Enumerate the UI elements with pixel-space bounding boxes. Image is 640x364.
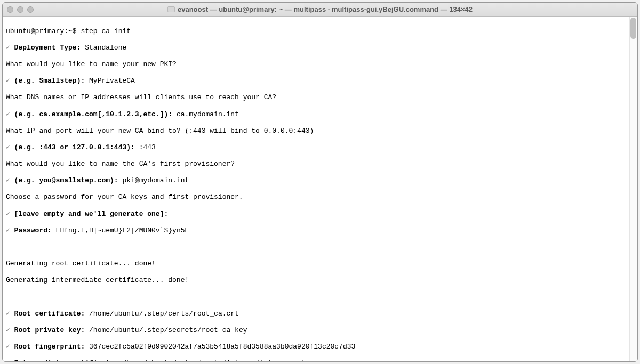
output-line: Choose a password for your CA keys and f… [6, 193, 634, 201]
hint: (e.g. Smallstep): [14, 77, 85, 85]
scrollbar[interactable] [629, 17, 637, 361]
blank-line [6, 293, 634, 302]
minimize-icon[interactable] [17, 6, 23, 13]
password-value: EHfng.T,H|~uemU}E2|ZMUN0v`S}yn5E [56, 227, 189, 234]
output-line: What would you like to name the CA's fir… [6, 160, 634, 168]
check-icon: ✓ [6, 227, 10, 235]
check-icon: ✓ [6, 143, 10, 152]
output-line: Generating root certificate... done! [6, 260, 634, 268]
output-line: ✓ Root fingerprint: 367cec2fc5a02f9d9902… [6, 343, 634, 351]
answer: ca.mydomain.int [177, 110, 239, 118]
label: Intermediate certificate: [14, 359, 118, 361]
hint: [leave empty and we'll generate one]: [14, 210, 169, 218]
prompt-line: ubuntu@primary:~$ step ca init [6, 27, 634, 36]
value: Standalone [85, 44, 126, 52]
terminal-body[interactable]: ubuntu@primary:~$ step ca init ✓ Deploym… [3, 17, 637, 361]
check-icon: ✓ [6, 359, 10, 361]
label: Root certificate: [14, 310, 85, 318]
output-line: What DNS names or IP addresses will clie… [6, 93, 634, 102]
output-line: ✓ (e.g. Smallstep): MyPrivateCA [6, 77, 634, 85]
hint: (e.g. :443 or 127.0.0.1:443): [14, 143, 135, 151]
check-icon: ✓ [6, 210, 10, 219]
hint: (e.g. ca.example.com[,10.1.2.3,etc.]): [14, 110, 172, 118]
output-line: ✓ Deployment Type: Standalone [6, 44, 634, 52]
answer: :443 [139, 143, 156, 151]
traffic-lights [7, 6, 34, 13]
command: step ca init [81, 27, 131, 35]
close-icon[interactable] [7, 6, 13, 13]
scrollbar-thumb[interactable] [630, 18, 636, 39]
output-line: ✓ Password: EHfng.T,H|~uemU}E2|ZMUN0v`S}… [6, 227, 634, 235]
label: Deployment Type: [14, 44, 81, 52]
check-icon: ✓ [6, 176, 10, 185]
output-line: What would you like to name your new PKI… [6, 60, 634, 69]
output-line: ✓ (e.g. :443 or 127.0.0.1:443): :443 [6, 143, 634, 152]
output-line: ✓ Intermediate certificate: /home/ubuntu… [6, 359, 634, 361]
check-icon: ✓ [6, 44, 10, 52]
window-title-text: evanoost — ubuntu@primary: ~ — multipass… [178, 5, 473, 13]
path: /home/ubuntu/.step/certs/intermediate_ca… [122, 359, 305, 361]
check-icon: ✓ [6, 326, 10, 335]
output-line: ✓ (e.g. ca.example.com[,10.1.2.3,etc.]):… [6, 110, 634, 119]
window-title: evanoost — ubuntu@primary: ~ — multipass… [3, 5, 637, 13]
path: /home/ubuntu/.step/secrets/root_ca_key [89, 326, 247, 334]
fingerprint: 367cec2fc5a02f9d9902042af7a53b5418a5f8d3… [89, 343, 355, 351]
label: Root fingerprint: [14, 343, 85, 351]
titlebar[interactable]: evanoost — ubuntu@primary: ~ — multipass… [3, 3, 637, 17]
check-icon: ✓ [6, 343, 10, 351]
zoom-icon[interactable] [27, 6, 34, 13]
blank-line [6, 243, 634, 252]
output-line: Generating intermediate certificate... d… [6, 276, 634, 285]
output-line: ✓ [leave empty and we'll generate one]: [6, 210, 634, 219]
answer: pki@mydomain.int [122, 176, 189, 184]
hint: (e.g. you@smallstep.com): [14, 176, 118, 184]
check-icon: ✓ [6, 110, 10, 119]
terminal-window: evanoost — ubuntu@primary: ~ — multipass… [2, 2, 638, 362]
path: /home/ubuntu/.step/certs/root_ca.crt [89, 310, 239, 318]
check-icon: ✓ [6, 77, 10, 85]
shell-prompt: ubuntu@primary:~$ [6, 27, 77, 35]
output-line: ✓ Root private key: /home/ubuntu/.step/s… [6, 326, 634, 335]
output-line: ✓ Root certificate: /home/ubuntu/.step/c… [6, 310, 634, 318]
label: Root private key: [14, 326, 85, 334]
check-icon: ✓ [6, 310, 10, 318]
output-line: What IP and port will your new CA bind t… [6, 127, 634, 135]
label: Password: [14, 227, 52, 234]
output-line: ✓ (e.g. you@smallstep.com): pki@mydomain… [6, 176, 634, 185]
answer: MyPrivateCA [89, 77, 135, 85]
folder-icon [167, 6, 175, 12]
